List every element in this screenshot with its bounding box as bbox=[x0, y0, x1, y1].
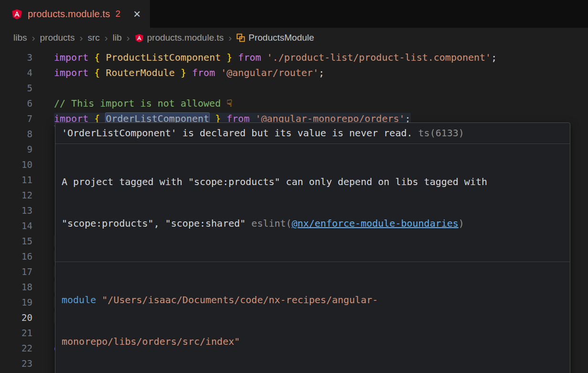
hover-module-line2: monorepo/libs/orders/src/index" bbox=[62, 335, 564, 349]
code-token: { bbox=[94, 67, 106, 78]
code-token: } bbox=[221, 52, 232, 63]
line-number[interactable]: 18 bbox=[0, 279, 32, 295]
line-number[interactable]: 20 bbox=[0, 310, 32, 325]
breadcrumb-label: ProductsModule bbox=[248, 33, 314, 43]
line-number[interactable]: 22 bbox=[0, 340, 32, 356]
code-token: ; bbox=[319, 67, 324, 78]
code-token: import bbox=[54, 52, 94, 63]
code-line: 5 bbox=[0, 80, 588, 96]
hover-module-info: module "/Users/isaac/Documents/code/nx-r… bbox=[55, 262, 570, 373]
tab-products-module-ts[interactable]: products.module.ts 2 × bbox=[0, 0, 150, 28]
breadcrumb-label: src bbox=[87, 33, 99, 43]
hover-eslint-line2: "scope:products", "scope:shared" eslint(… bbox=[62, 217, 564, 230]
line-number[interactable]: 4 bbox=[0, 65, 32, 80]
line-number[interactable]: 3 bbox=[0, 50, 32, 65]
code-content bbox=[32, 80, 588, 96]
breadcrumb-item-lib[interactable]: lib bbox=[113, 33, 122, 43]
hover-eslint-source-close: ) bbox=[459, 218, 464, 229]
code-token: RouterModule bbox=[106, 67, 175, 78]
line-number[interactable]: 11 bbox=[0, 172, 32, 187]
line-number[interactable]: 15 bbox=[0, 233, 32, 249]
breadcrumb-item-src[interactable]: src bbox=[87, 33, 99, 43]
line-number[interactable]: 14 bbox=[0, 218, 32, 233]
breadcrumb-label: libs bbox=[13, 33, 27, 43]
line-number[interactable]: 17 bbox=[0, 264, 32, 279]
breadcrumb-item-productsmodule[interactable]: ProductsModule bbox=[236, 33, 314, 43]
code-token: } bbox=[175, 67, 186, 78]
code-content: import { ProductListComponent } from './… bbox=[32, 50, 588, 65]
breadcrumb-label: lib bbox=[113, 33, 122, 43]
hover-ts-code: ts(6133) bbox=[418, 127, 464, 139]
line-number[interactable]: 19 bbox=[0, 295, 32, 310]
code-token: from bbox=[232, 52, 267, 63]
line-number[interactable]: 21 bbox=[0, 325, 32, 340]
pointing-down-icon: ☟ bbox=[226, 98, 232, 109]
line-number[interactable]: 12 bbox=[0, 187, 32, 203]
line-number[interactable]: 8 bbox=[0, 126, 32, 142]
tab-label: products.module.ts bbox=[28, 9, 110, 20]
hover-module-line1: module "/Users/isaac/Documents/code/nx-r… bbox=[62, 293, 564, 307]
hover-eslint-diagnostic: A project tagged with "scope:products" c… bbox=[55, 144, 570, 262]
breadcrumb-label: products.module.ts bbox=[147, 33, 224, 43]
line-number[interactable]: 9 bbox=[0, 142, 32, 157]
chevron-right-icon: › bbox=[127, 32, 130, 44]
hover-eslint-source: eslint( bbox=[246, 218, 291, 229]
module-path: "/Users/isaac/Documents/code/nx-recipes/… bbox=[102, 294, 378, 306]
eslint-rule-link[interactable]: @nx/enforce-module-boundaries bbox=[292, 218, 459, 229]
line-number[interactable]: 5 bbox=[0, 80, 32, 96]
breadcrumb-item-products[interactable]: products bbox=[40, 33, 75, 43]
code-token: ; bbox=[491, 52, 497, 63]
class-symbol-icon bbox=[236, 33, 245, 42]
hover-ts-message: 'OrderListComponent' is declared but its… bbox=[62, 127, 413, 139]
tab-bar: products.module.ts 2 × bbox=[0, 0, 588, 28]
breadcrumb: libs›products›src›lib›products.module.ts… bbox=[0, 28, 588, 48]
code-line: 3import { ProductListComponent } from '.… bbox=[0, 50, 588, 65]
line-number[interactable]: 6 bbox=[0, 96, 32, 111]
code-token: ProductListComponent bbox=[106, 52, 221, 63]
module-path-continued: monorepo/libs/orders/src/index" bbox=[62, 336, 240, 347]
breadcrumb-item-products-module-ts[interactable]: products.module.ts bbox=[135, 33, 224, 43]
hover-popup: 'OrderListComponent' is declared but its… bbox=[55, 122, 570, 373]
code-content: import { RouterModule } from '@angular/r… bbox=[32, 65, 588, 80]
breadcrumb-label: products bbox=[40, 33, 75, 43]
breadcrumb-item-libs[interactable]: libs bbox=[13, 33, 27, 43]
close-icon[interactable]: × bbox=[133, 8, 140, 20]
code-token: '@angular/router' bbox=[221, 67, 319, 78]
tab-bar-empty-space bbox=[150, 0, 588, 28]
hover-eslint-scopes: "scope:products", "scope:shared" bbox=[62, 218, 246, 229]
line-number[interactable]: 16 bbox=[0, 249, 32, 264]
line-number[interactable]: 13 bbox=[0, 203, 32, 218]
editor: 3import { ProductListComponent } from '.… bbox=[0, 48, 588, 373]
line-number[interactable]: 7 bbox=[0, 111, 32, 126]
chevron-right-icon: › bbox=[79, 32, 83, 44]
line-number[interactable]: 10 bbox=[0, 157, 32, 172]
code-content: // This import is not allowed ☟ bbox=[32, 96, 588, 111]
angular-icon bbox=[11, 9, 22, 20]
chevron-right-icon: › bbox=[32, 32, 35, 44]
tab-problem-count: 2 bbox=[116, 9, 121, 19]
chevron-right-icon: › bbox=[105, 32, 108, 44]
hover-ts-diagnostic: 'OrderListComponent' is declared but its… bbox=[55, 123, 570, 143]
code-token: { bbox=[94, 52, 106, 63]
line-number[interactable]: 23 bbox=[0, 356, 32, 371]
vscode-window: products.module.ts 2 × libs›products›src… bbox=[0, 0, 588, 373]
hover-eslint-line1: A project tagged with "scope:products" c… bbox=[62, 175, 564, 189]
code-token: // This import is not allowed bbox=[54, 98, 226, 109]
code-token: from bbox=[186, 67, 221, 78]
angular-icon bbox=[135, 33, 144, 43]
code-line: 6// This import is not allowed ☟ bbox=[0, 96, 588, 111]
code-token: './product-list/product-list.component' bbox=[267, 52, 492, 63]
code-line: 4import { RouterModule } from '@angular/… bbox=[0, 65, 588, 80]
code-token: import bbox=[54, 67, 94, 78]
chevron-right-icon: › bbox=[228, 32, 232, 44]
module-keyword: module bbox=[62, 294, 96, 306]
